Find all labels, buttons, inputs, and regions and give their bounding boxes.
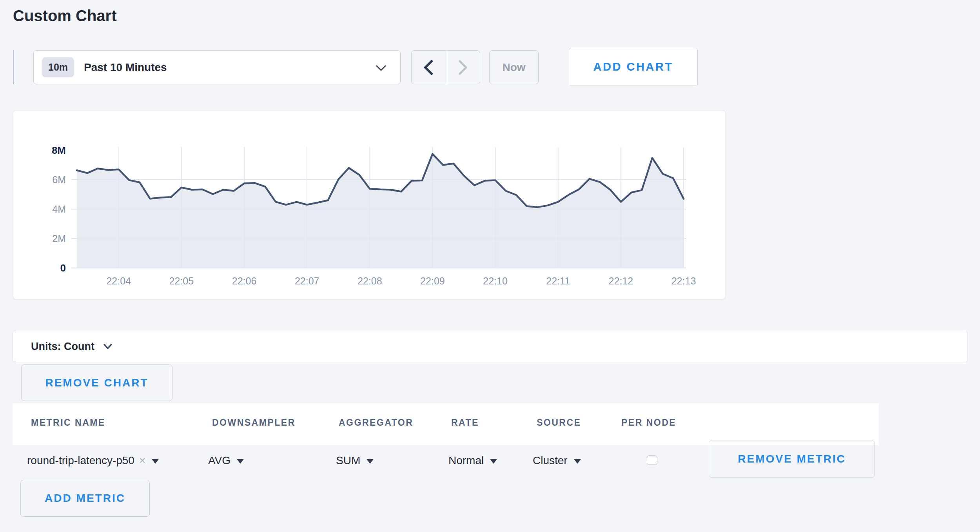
chevron-down-icon	[375, 64, 387, 74]
x-axis-label: 22:08	[358, 275, 382, 286]
caret-down-icon	[574, 459, 581, 464]
time-range-dropdown[interactable]: 10m Past 10 Minutes	[33, 50, 401, 84]
caret-down-icon	[367, 459, 374, 464]
x-axis-label: 22:07	[295, 275, 319, 286]
col-header-per-node: PER NODE	[621, 417, 676, 428]
add-metric-button[interactable]: ADD METRIC	[20, 480, 150, 517]
downsampler-dropdown[interactable]: AVG	[208, 452, 244, 469]
chevron-down-icon	[103, 343, 113, 352]
chart-area-fill	[77, 154, 684, 268]
source-value: Cluster	[533, 454, 568, 467]
chevron-left-icon	[423, 60, 434, 75]
col-header-metric-name: METRIC NAME	[31, 417, 105, 428]
y-axis-label: 2M	[52, 233, 66, 244]
metric-name-value: round-trip-latency-p50	[27, 454, 134, 467]
toolbar-accent-bar	[13, 50, 14, 84]
aggregator-dropdown[interactable]: SUM	[336, 452, 374, 469]
x-axis-label: 22:09	[420, 275, 445, 286]
col-header-rate: RATE	[451, 417, 479, 428]
y-axis-label: 4M	[52, 204, 66, 215]
x-axis-label: 22:11	[546, 275, 570, 286]
latency-chart-svg: 22:0422:0522:0622:0722:0822:0922:1022:11…	[13, 111, 725, 299]
rate-value: Normal	[448, 454, 484, 467]
metrics-table-header-band	[13, 403, 879, 445]
time-range-badge: 10m	[42, 57, 74, 77]
x-axis-label: 22:12	[609, 275, 633, 286]
remove-tag-icon[interactable]: ×	[139, 454, 145, 467]
time-range-label: Past 10 Minutes	[84, 61, 167, 74]
x-axis-label: 22:10	[483, 275, 508, 286]
remove-chart-button[interactable]: REMOVE CHART	[21, 364, 172, 401]
caret-down-icon	[490, 459, 497, 464]
units-dropdown[interactable]: Units: Count	[13, 331, 967, 362]
col-header-aggregator: AGGREGATOR	[339, 417, 413, 428]
x-axis-label: 22:06	[232, 275, 257, 286]
downsampler-value: AVG	[208, 454, 230, 467]
chevron-right-icon	[458, 60, 468, 75]
y-axis-label: 0	[60, 262, 66, 274]
caret-down-icon	[237, 459, 244, 464]
step-back-button[interactable]	[412, 51, 446, 84]
remove-metric-button[interactable]: REMOVE METRIC	[709, 441, 875, 477]
add-chart-button[interactable]: ADD CHART	[569, 48, 698, 86]
source-dropdown[interactable]: Cluster	[533, 452, 581, 469]
units-label: Units: Count	[31, 341, 94, 353]
caret-down-icon	[152, 459, 159, 464]
y-axis-label: 6M	[52, 174, 66, 185]
x-axis-label: 22:13	[671, 275, 696, 286]
metric-name-dropdown[interactable]: round-trip-latency-p50 ×	[27, 452, 159, 469]
rate-dropdown[interactable]: Normal	[448, 452, 497, 469]
page-title: Custom Chart	[13, 7, 116, 25]
x-axis-label: 22:05	[169, 275, 194, 286]
step-forward-button[interactable]	[446, 51, 480, 84]
col-header-source: SOURCE	[537, 417, 581, 428]
custom-chart-panel: 22:0422:0522:0622:0722:0822:0922:1022:11…	[13, 110, 726, 299]
col-header-downsampler: DOWNSAMPLER	[212, 417, 296, 428]
aggregator-value: SUM	[336, 454, 360, 467]
x-axis-label: 22:04	[106, 275, 131, 286]
time-step-control	[411, 50, 480, 84]
now-button[interactable]: Now	[489, 50, 539, 84]
y-axis-label: 8M	[52, 144, 66, 156]
per-node-checkbox[interactable]	[647, 455, 657, 465]
